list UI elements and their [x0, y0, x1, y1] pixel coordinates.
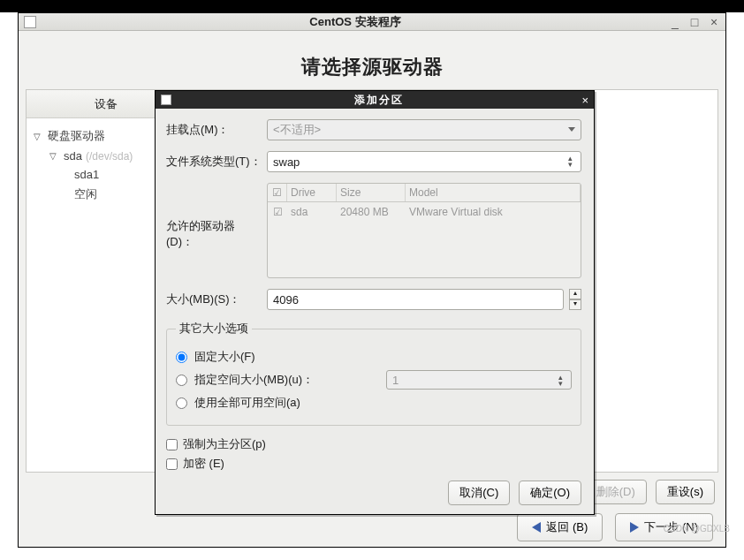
mount-point-value: <不适用>: [273, 122, 321, 138]
add-partition-dialog: 添加分区 × 挂载点(M)： <不适用> 文件系统类型(T)： swap ▴▾ …: [155, 90, 595, 515]
opt-upto-radio[interactable]: [176, 375, 187, 386]
window-title: CentOS 安装程序: [42, 14, 669, 30]
size-spinner[interactable]: ▴▾: [569, 289, 581, 310]
allowed-drives-label: 允许的驱动器(D)：: [166, 183, 262, 250]
col-size: Size: [337, 184, 406, 201]
dialog-title: 添加分区: [177, 93, 581, 108]
drive-size: 20480 MB: [337, 202, 406, 222]
force-primary-label: 强制为主分区(p): [183, 436, 266, 452]
back-button-label: 返回 (B): [546, 519, 588, 535]
back-button[interactable]: 返回 (B): [517, 513, 603, 541]
opt-upto-value: 1: [392, 374, 399, 387]
size-options-group: 其它大小选项 固定大小(F) 指定空间大小(MB)(u)： 1 ▴▾ 使用全部可…: [166, 321, 581, 426]
reset-button[interactable]: 重设(s): [656, 480, 715, 504]
chevron-down-icon: ▽: [34, 132, 44, 141]
watermark-text: CSDN @GDXLB: [664, 524, 730, 534]
dialog-icon: [161, 95, 171, 105]
tree-node-label: sda: [64, 149, 82, 163]
window-minimize-icon[interactable]: _: [669, 15, 681, 29]
opt-fill-radio[interactable]: [176, 397, 187, 409]
dialog-titlebar: 添加分区 ×: [156, 91, 594, 109]
ok-button[interactable]: 确定(O): [519, 481, 581, 505]
col-checkbox: ☑: [268, 184, 287, 201]
opt-fixed-label: 固定大小(F): [194, 349, 255, 365]
tree-node-hint: (/dev/sda): [86, 150, 133, 163]
opt-upto-input[interactable]: 1 ▴▾: [386, 370, 572, 390]
drive-model: VMware Virtual disk: [406, 202, 581, 222]
size-label: 大小(MB)(S)：: [166, 291, 262, 307]
tree-leaf-label: 空闲: [74, 186, 97, 202]
size-options-legend: 其它大小选项: [176, 321, 252, 337]
size-value: 4096: [273, 293, 299, 306]
opt-fixed-radio[interactable]: [176, 352, 187, 363]
spinner-icon: ▴▾: [563, 155, 577, 169]
window-titlebar: CentOS 安装程序 _ □ ×: [19, 13, 725, 31]
arrow-right-icon: [630, 522, 639, 533]
opt-fill-label: 使用全部可用空间(a): [194, 395, 300, 411]
opt-upto-label: 指定空间大小(MB)(u)：: [194, 372, 314, 388]
dialog-close-icon[interactable]: ×: [581, 94, 588, 107]
window-close-icon[interactable]: ×: [708, 15, 720, 29]
fstype-combo[interactable]: swap ▴▾: [267, 151, 581, 172]
cancel-button[interactable]: 取消(C): [448, 481, 510, 505]
chevron-down-icon: [568, 127, 575, 132]
drive-name: sda: [287, 202, 337, 222]
page-heading: 请选择源驱动器: [26, 54, 718, 80]
col-drive: Drive: [287, 184, 337, 201]
window-icon: [24, 16, 36, 28]
mount-point-label: 挂载点(M)：: [166, 122, 262, 138]
encrypt-label: 加密 (E): [183, 456, 224, 472]
mount-point-combo[interactable]: <不适用>: [267, 119, 581, 140]
tree-root-label: 硬盘驱动器: [48, 128, 105, 144]
allowed-drives-table[interactable]: ☑ Drive Size Model ☑ sda 20480 MB VMware…: [267, 183, 581, 278]
window-maximize-icon[interactable]: □: [688, 15, 701, 29]
spinner-icon: ▴▾: [553, 374, 567, 388]
drive-row[interactable]: ☑ sda 20480 MB VMware Virtual disk: [268, 202, 581, 222]
fstype-value: swap: [273, 155, 300, 169]
arrow-left-icon: [532, 522, 541, 533]
fstype-label: 文件系统类型(T)：: [166, 154, 262, 170]
tree-leaf-label: sda1: [74, 168, 99, 181]
encrypt-checkbox[interactable]: [166, 458, 178, 470]
col-model: Model: [406, 184, 581, 201]
size-input[interactable]: 4096: [267, 289, 564, 310]
drive-checkbox[interactable]: ☑: [268, 202, 287, 222]
chevron-down-icon: ▽: [49, 151, 60, 161]
force-primary-checkbox[interactable]: [166, 439, 178, 450]
